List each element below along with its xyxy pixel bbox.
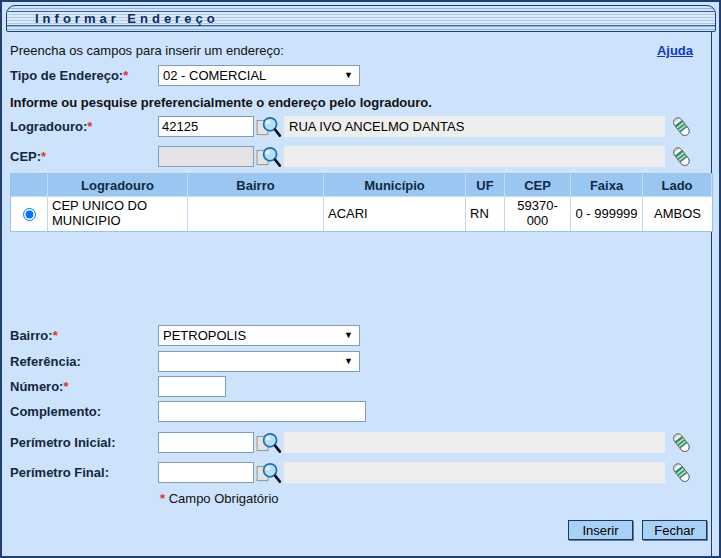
complemento-label: Complemento: <box>10 404 158 419</box>
column-header-bairro: Bairro <box>188 174 324 197</box>
cell-bairro <box>188 197 324 231</box>
tipo-endereco-label: Tipo de Endereço:* <box>10 68 158 83</box>
table-row-radio-cell <box>11 197 48 231</box>
dialog-actions: Inserir Fechar <box>10 520 707 540</box>
search-hint-note: Informe ou pesquise preferencialmente o … <box>10 95 432 110</box>
complemento-input[interactable] <box>158 401 366 422</box>
column-header-select <box>11 174 48 197</box>
cell-logradouro: CEP UNICO DO MUNICIPIO <box>48 197 188 231</box>
logradouro-label: Logradouro:* <box>10 119 158 134</box>
required-asterisk: * <box>63 379 68 394</box>
cell-municipio: ACARI <box>324 197 466 231</box>
required-asterisk: * <box>41 149 46 164</box>
bairro-label: Bairro:* <box>10 328 158 343</box>
referencia-select[interactable]: ▼ <box>158 351 360 372</box>
logradouro-description-field: RUA IVO ANCELMO DANTAS <box>284 116 665 137</box>
right-scroll-gutter <box>711 32 719 556</box>
perimetro-inicial-label: Perímetro Inicial: <box>10 435 158 450</box>
cell-faixa: 0 - 999999 <box>571 197 643 231</box>
perimetro-inicial-input[interactable] <box>158 432 254 453</box>
required-fields-note: * Campo Obrigatório <box>160 491 279 506</box>
cep-code-input <box>158 146 254 167</box>
perimetro-final-eraser-icon[interactable] <box>669 461 693 485</box>
required-asterisk: * <box>53 328 58 343</box>
perimetro-inicial-description-field <box>284 432 665 453</box>
column-header-faixa: Faixa <box>571 174 643 197</box>
perimetro-inicial-search-icon[interactable] <box>256 431 282 455</box>
help-link[interactable]: Ajuda <box>657 43 693 58</box>
cep-results-table: Logradouro Bairro Município UF CEP Faixa… <box>10 173 713 232</box>
perimetro-final-input[interactable] <box>158 462 254 483</box>
required-asterisk: * <box>123 68 128 83</box>
fechar-button[interactable]: Fechar <box>642 520 707 540</box>
perimetro-final-search-icon[interactable] <box>256 461 282 485</box>
bairro-value: PETROPOLIS <box>163 328 246 343</box>
column-header-lado: Lado <box>643 174 712 197</box>
cep-search-icon[interactable] <box>256 145 282 169</box>
column-header-cep: CEP <box>505 174 571 197</box>
logradouro-code-input[interactable] <box>158 116 254 137</box>
numero-label: Número:* <box>10 379 158 394</box>
chevron-down-icon: ▼ <box>344 356 355 366</box>
dialog-titlebar: Informar Endereço <box>6 5 716 32</box>
cep-eraser-icon[interactable] <box>669 145 693 169</box>
numero-input[interactable] <box>158 376 226 397</box>
chevron-down-icon: ▼ <box>344 330 355 340</box>
row-select-radio[interactable] <box>23 208 36 221</box>
cell-lado: AMBOS <box>643 197 712 231</box>
logradouro-eraser-icon[interactable] <box>669 115 693 139</box>
cep-description-field <box>284 146 665 167</box>
perimetro-inicial-eraser-icon[interactable] <box>669 431 693 455</box>
inserir-button[interactable]: Inserir <box>568 520 633 540</box>
column-header-municipio: Município <box>324 174 466 197</box>
chevron-down-icon: ▼ <box>344 70 355 80</box>
bairro-select[interactable]: PETROPOLIS ▼ <box>158 325 360 346</box>
perimetro-final-description-field <box>284 462 665 483</box>
cell-cep: 59370-000 <box>505 197 571 231</box>
informar-endereco-dialog: Informar Endereço Preencha os campos par… <box>0 0 721 558</box>
column-header-uf: UF <box>466 174 505 197</box>
intro-text: Preencha os campos para inserir um ender… <box>10 43 284 58</box>
tipo-endereco-select[interactable]: 02 - COMERCIAL ▼ <box>158 65 360 86</box>
column-header-logradouro: Logradouro <box>48 174 188 197</box>
tipo-endereco-value: 02 - COMERCIAL <box>163 68 266 83</box>
referencia-label: Referência: <box>10 354 158 369</box>
cell-uf: RN <box>466 197 505 231</box>
title-band: Informar Endereço <box>7 11 715 26</box>
perimetro-final-label: Perímetro Final: <box>10 465 158 480</box>
required-asterisk: * <box>87 119 92 134</box>
logradouro-search-icon[interactable] <box>256 115 282 139</box>
cep-label: CEP:* <box>10 149 158 164</box>
dialog-title: Informar Endereço <box>7 11 219 26</box>
required-asterisk: * <box>160 491 165 506</box>
